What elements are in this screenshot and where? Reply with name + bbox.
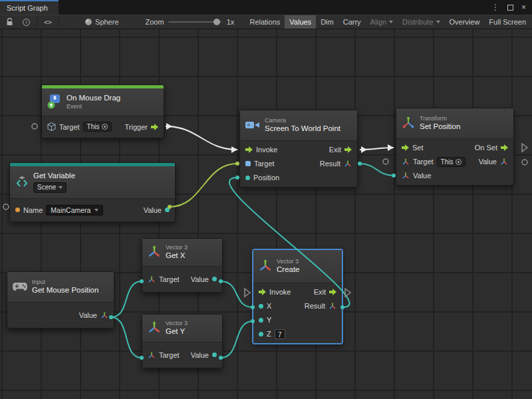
port-invoke-input[interactable]: Invoke [259, 288, 291, 296]
port-trigger-output[interactable]: Trigger [125, 123, 158, 131]
chip-label: This [441, 158, 454, 166]
wire-arrowhead [166, 123, 172, 130]
node-get-mouse-position[interactable]: Input Get Mouse Position Value [7, 271, 114, 329]
node-header[interactable]: Vector 3 Get X [142, 239, 222, 267]
object-picker-icon[interactable] [102, 124, 108, 130]
port-label: Set [412, 144, 424, 152]
variable-scope-dropdown[interactable]: Scene [33, 182, 66, 193]
variable-name-dropdown[interactable]: MainCamera [46, 205, 103, 215]
port-set-input[interactable]: Set [402, 144, 424, 152]
wire-gety-value-to-y[interactable] [221, 321, 253, 358]
carry-button[interactable]: Carry [338, 15, 366, 29]
gamepad-icon [13, 282, 27, 291]
info-icon[interactable]: i [18, 15, 35, 29]
port-exit-output[interactable]: Exit [314, 288, 336, 296]
port-result-output[interactable]: Result [305, 302, 336, 310]
wire-result-to-setpos-value[interactable] [360, 164, 394, 176]
graph-canvas[interactable]: On Mouse Drag Event Target This T [0, 29, 532, 399]
node-vector3-create[interactable]: Vector 3 Create Invoke Exit [253, 249, 342, 344]
port-invoke-input[interactable]: Invoke [245, 146, 277, 154]
port-exit-output[interactable]: Exit [329, 146, 352, 154]
graph-owner-button[interactable]: Sphere [80, 15, 123, 29]
node-header[interactable]: Camera Screen To World Point [240, 110, 357, 141]
port-z-input[interactable]: Z 7 [259, 329, 285, 339]
node-screen-to-world-point[interactable]: Camera Screen To World Point Invoke Exit [239, 110, 358, 188]
port-result-output[interactable]: Result [320, 160, 352, 168]
object-picker-icon[interactable] [456, 159, 462, 165]
port-target-input[interactable]: Target This [47, 122, 112, 132]
wire-getx-value-to-x[interactable] [221, 281, 253, 307]
values-button[interactable]: Values [285, 15, 316, 29]
window-close-icon[interactable]: × [521, 3, 526, 12]
node-header[interactable]: Input Get Mouse Position [7, 272, 114, 303]
node-vector3-get-y[interactable]: Vector 3 Get Y Target Value [142, 314, 223, 368]
node-header[interactable]: Vector 3 Get Y [142, 315, 222, 342]
z-value-field[interactable]: 7 [275, 329, 285, 339]
port-value-output[interactable]: Value [191, 351, 217, 359]
node-title: Get Variable [33, 172, 75, 181]
wire-mouse-to-gety-target[interactable] [111, 317, 142, 358]
window-maximize-icon[interactable] [507, 5, 513, 11]
vector3-port-icon [329, 302, 336, 310]
sphere-icon [84, 18, 92, 26]
node-header[interactable]: Vector 3 Create [253, 250, 342, 283]
node-vector3-get-x[interactable]: Vector 3 Get X Target Value [142, 238, 223, 293]
port-value-output[interactable]: Value [79, 311, 108, 319]
port-value-input[interactable]: Value [402, 172, 431, 180]
lock-icon[interactable] [1, 15, 18, 29]
port-position-input[interactable]: Position [245, 174, 279, 182]
wire-mouse-to-getx-target[interactable] [111, 281, 142, 317]
port-target-input[interactable]: Target [148, 275, 180, 283]
port-transform-target-input[interactable]: Target This [402, 157, 466, 167]
zoom-slider-handle[interactable] [213, 19, 220, 25]
port-on-set-output[interactable]: On Set [475, 144, 508, 152]
port-x-input[interactable]: X [259, 302, 271, 310]
port-value-output[interactable]: Value [479, 158, 508, 166]
port-value-output[interactable]: Value [191, 275, 217, 283]
wire-trigger-to-invoke[interactable] [166, 126, 237, 150]
align-button[interactable]: Align [366, 15, 398, 29]
tab-script-graph[interactable]: Script Graph [0, 0, 59, 15]
chevron-down-icon [389, 21, 393, 23]
relations-button[interactable]: Relations [245, 15, 285, 29]
port-target-input[interactable]: Target [148, 351, 180, 359]
port-camera-target-input[interactable]: Target [245, 160, 275, 168]
port-y-input[interactable]: Y [259, 316, 271, 324]
node-category: Vector 3 [166, 244, 188, 251]
overview-button[interactable]: Overview [445, 15, 485, 29]
align-label: Align [370, 18, 386, 26]
distribute-label: Distribute [402, 18, 433, 26]
zoom-slider[interactable] [168, 21, 221, 23]
port-label: Value [79, 311, 97, 319]
node-titles: Input Get Mouse Position [32, 279, 98, 295]
node-header[interactable]: On Mouse Drag Event [42, 88, 164, 116]
node-on-mouse-drag[interactable]: On Mouse Drag Event Target This T [41, 84, 164, 138]
node-header[interactable]: Get Variable Scene [10, 166, 175, 199]
vector3-icon [259, 259, 272, 273]
node-set-position[interactable]: Transform Set Position Set On Set [396, 108, 514, 186]
target-this-chip[interactable]: This [437, 157, 466, 167]
flow-arrow-icon [245, 146, 253, 153]
distribute-button[interactable]: Distribute [398, 15, 444, 29]
wire-arrowhead [361, 146, 367, 153]
port-name-input[interactable]: Name MainCamera [15, 205, 103, 215]
port-label: Value [144, 206, 162, 214]
node-title: Get Y [166, 327, 188, 336]
full-screen-button[interactable]: Full Screen [484, 15, 531, 29]
node-titles: Vector 3 Get X [166, 244, 188, 261]
target-this-chip[interactable]: This [83, 122, 112, 132]
titlebar: Script Graph ⋮ × [0, 0, 532, 15]
flow-arrow-icon [329, 289, 336, 295]
node-get-variable[interactable]: Get Variable Scene Name MainCamera [9, 162, 176, 222]
wire-exit-to-set[interactable] [360, 148, 394, 150]
window-menu-icon[interactable]: ⋮ [491, 3, 499, 12]
toolbar-divider [59, 17, 59, 27]
dim-button[interactable]: Dim [316, 15, 338, 29]
node-titles: Camera Screen To World Point [265, 117, 340, 134]
wire-variable-to-camera-target[interactable] [170, 164, 237, 207]
port-label: Target [159, 275, 180, 283]
script-graph-window: Script Graph ⋮ × i <> Sphere Zoom 1x Rel… [0, 0, 532, 399]
code-view-icon[interactable]: <> [39, 15, 57, 29]
port-value-output[interactable]: Value [144, 206, 170, 214]
node-header[interactable]: Transform Set Position [396, 108, 513, 139]
